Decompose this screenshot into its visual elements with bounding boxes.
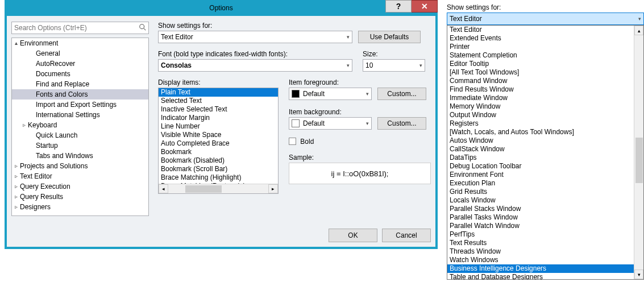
- side-list-item[interactable]: Command Window: [447, 77, 643, 85]
- side-list-item[interactable]: Locals Window: [447, 196, 643, 205]
- side-list-item[interactable]: Printer: [447, 43, 643, 51]
- cancel-button[interactable]: Cancel: [382, 229, 431, 242]
- tree-item[interactable]: Import and Export Settings: [12, 100, 148, 110]
- display-item[interactable]: Selected Text: [159, 97, 278, 105]
- close-button[interactable]: ✕: [412, 0, 438, 13]
- side-list-item[interactable]: [All Text Tool Windows]: [447, 68, 643, 77]
- side-list-item[interactable]: [Watch, Locals, and Autos Tool Windows]: [447, 128, 643, 136]
- side-list-item[interactable]: Output Window: [447, 111, 643, 119]
- side-list-item[interactable]: PerfTips: [447, 230, 643, 239]
- svg-point-0: [140, 24, 144, 29]
- tree-expander-icon[interactable]: ▹: [20, 120, 28, 130]
- tree-item[interactable]: Find and Replace: [12, 79, 148, 89]
- side-list-item[interactable]: Threads Window: [447, 247, 643, 256]
- tree-expander-icon[interactable]: ▹: [12, 161, 20, 171]
- tree-item[interactable]: ▹Designers: [12, 202, 148, 212]
- side-list-item[interactable]: Registers: [447, 119, 643, 128]
- tree-expander-icon[interactable]: ▴: [12, 38, 20, 48]
- item-foreground-select[interactable]: Default ▾: [289, 88, 372, 100]
- display-item[interactable]: Brace Matching (Highlight): [159, 173, 278, 182]
- side-list-item[interactable]: Memory Window: [447, 102, 643, 111]
- display-item[interactable]: Plain Text: [159, 88, 278, 97]
- bold-checkbox[interactable]: [289, 138, 296, 145]
- display-item[interactable]: Inactive Selected Text: [159, 105, 278, 114]
- background-custom-button[interactable]: Custom...: [377, 117, 426, 130]
- tree-expander-icon[interactable]: ▹: [12, 171, 20, 181]
- side-options-list[interactable]: Text EditorExtended EventsPrinterStateme…: [447, 25, 644, 280]
- scroll-thumb[interactable]: [635, 138, 643, 183]
- tree-item[interactable]: International Settings: [12, 110, 148, 120]
- tree-item[interactable]: Documents: [12, 69, 148, 79]
- display-item[interactable]: Line Number: [159, 122, 278, 131]
- display-item[interactable]: Bookmark (Scroll Bar): [159, 165, 278, 173]
- use-defaults-button[interactable]: Use Defaults: [358, 31, 421, 43]
- vertical-scrollbar[interactable]: ▴ ▾: [634, 26, 643, 279]
- display-item[interactable]: Bookmark (Disabled): [159, 156, 278, 165]
- side-list-item[interactable]: Find Results Window: [447, 85, 643, 94]
- search-input[interactable]: [11, 22, 149, 34]
- side-list-item[interactable]: Table and Database Designers: [447, 273, 643, 280]
- help-icon: ?: [396, 2, 401, 11]
- ok-button[interactable]: OK: [329, 229, 377, 242]
- font-select[interactable]: Consolas ▾: [158, 59, 352, 72]
- tree-expander-icon[interactable]: ▹: [12, 202, 20, 212]
- tree-expander-icon[interactable]: ▹: [12, 181, 20, 192]
- tree-expander-icon[interactable]: ▹: [12, 192, 20, 202]
- side-list-item[interactable]: Environment Font: [447, 171, 643, 179]
- scroll-down-button[interactable]: ▾: [634, 270, 643, 279]
- scroll-right-button[interactable]: ▸: [268, 184, 278, 193]
- side-list-item[interactable]: Editor Tooltip: [447, 60, 643, 68]
- display-items-list[interactable]: Plain TextSelected TextInactive Selected…: [158, 88, 279, 194]
- tree-item[interactable]: General: [12, 48, 148, 59]
- side-show-settings-select[interactable]: Text Editor ▾: [447, 13, 644, 25]
- size-select[interactable]: 10 ▾: [363, 59, 425, 72]
- side-list-item[interactable]: Parallel Stacks Window: [447, 205, 643, 213]
- tree-item[interactable]: ▹Query Results: [12, 192, 148, 202]
- display-item[interactable]: Auto Completed Brace: [159, 139, 278, 148]
- show-settings-select[interactable]: Text Editor ▾: [158, 31, 352, 43]
- horizontal-scrollbar[interactable]: ◂ ▸: [159, 184, 278, 193]
- tree-item-label: Startup: [28, 140, 58, 151]
- side-list-item[interactable]: DataTips: [447, 154, 643, 162]
- tree-item[interactable]: ▹Keyboard: [12, 120, 148, 130]
- item-background-select[interactable]: Default ▾: [289, 117, 372, 130]
- tree-item[interactable]: Quick Launch: [12, 130, 148, 140]
- scroll-up-button[interactable]: ▴: [634, 26, 643, 35]
- side-list-item[interactable]: CallStack Window: [447, 145, 643, 154]
- item-background-label: Item background:: [289, 108, 431, 116]
- tree-item[interactable]: ▴Environment: [12, 38, 148, 48]
- help-button[interactable]: ?: [385, 0, 412, 13]
- side-list-item[interactable]: Parallel Watch Window: [447, 222, 643, 230]
- nav-tree[interactable]: ▴EnvironmentGeneralAutoRecoverDocumentsF…: [11, 38, 149, 216]
- display-item[interactable]: Bookmark: [159, 148, 278, 156]
- tree-item-label: Query Execution: [20, 181, 70, 192]
- side-list-item[interactable]: Execution Plan: [447, 179, 643, 188]
- scroll-thumb[interactable]: [185, 185, 222, 193]
- tree-item-label: Projects and Solutions: [20, 161, 88, 171]
- tree-item[interactable]: Tabs and Windows: [12, 151, 148, 161]
- side-list-item[interactable]: Business Intelligence Designers: [447, 264, 643, 273]
- tree-item[interactable]: ▹Query Execution: [12, 181, 148, 192]
- tree-item[interactable]: Startup: [12, 140, 148, 151]
- side-list-item[interactable]: Autos Window: [447, 136, 643, 145]
- scroll-left-button[interactable]: ◂: [159, 184, 168, 193]
- side-list-item[interactable]: Text Editor: [447, 26, 643, 34]
- tree-item[interactable]: ▹Projects and Solutions: [12, 161, 148, 171]
- side-list-item[interactable]: Debug Location Toolbar: [447, 162, 643, 171]
- side-list-item[interactable]: Extended Events: [447, 34, 643, 43]
- options-dialog: Options ? ✕ ▴EnvironmentGeneralAutoRecov…: [5, 0, 438, 249]
- side-list-item[interactable]: Parallel Tasks Window: [447, 213, 643, 222]
- tree-item[interactable]: AutoRecover: [12, 59, 148, 69]
- tree-item[interactable]: ▹Text Editor: [12, 171, 148, 181]
- display-item[interactable]: Visible White Space: [159, 131, 278, 139]
- tree-item-label: Keyboard: [28, 120, 57, 130]
- side-list-item[interactable]: Statement Completion: [447, 51, 643, 60]
- tree-item[interactable]: Fonts and Colors: [12, 89, 148, 100]
- side-list-item[interactable]: Watch Windows: [447, 256, 643, 264]
- tree-item-label: Environment: [20, 38, 58, 48]
- display-item[interactable]: Indicator Margin: [159, 114, 278, 122]
- side-list-item[interactable]: Grid Results: [447, 188, 643, 196]
- foreground-custom-button[interactable]: Custom...: [377, 88, 426, 100]
- side-list-item[interactable]: Text Results: [447, 239, 643, 247]
- side-list-item[interactable]: Immediate Window: [447, 94, 643, 102]
